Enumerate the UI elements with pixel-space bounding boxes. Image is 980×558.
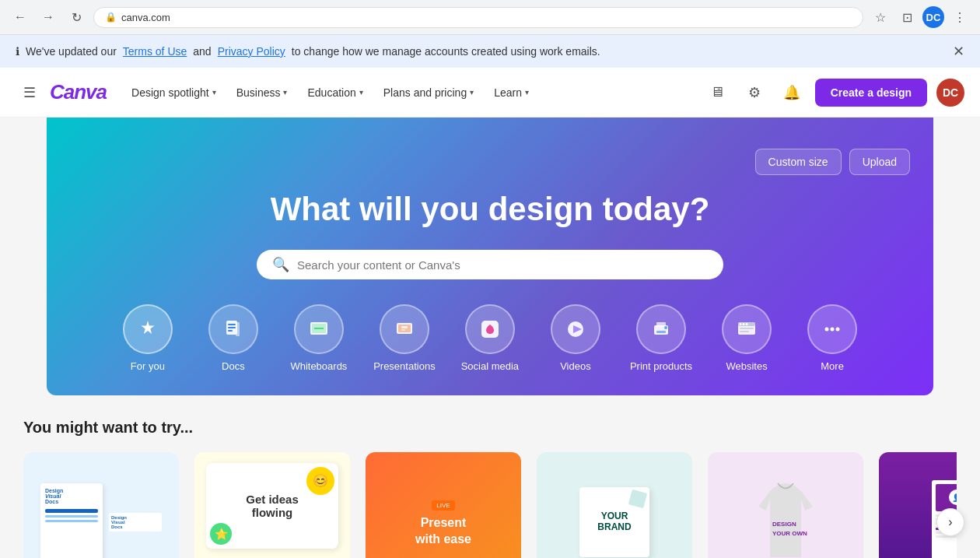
monitor-icon-button[interactable]: 🖥 [703, 79, 731, 107]
back-button[interactable]: ← [9, 6, 31, 28]
hamburger-menu[interactable]: ☰ [16, 79, 44, 107]
nav-education[interactable]: Education ▾ [298, 80, 372, 105]
resume-thumb: 👤 [879, 452, 957, 558]
info-icon: ℹ [16, 45, 19, 58]
svg-point-24 [825, 328, 829, 332]
print-products-label: Print products [630, 360, 692, 372]
svg-text:DESIGN: DESIGN [772, 521, 796, 528]
hero-top-buttons: Custom size Upload [70, 149, 910, 175]
browser-right-icons: ☆ ⊡ DC ⋮ [870, 6, 971, 28]
category-for-you[interactable]: For you [117, 304, 179, 372]
svg-rect-15 [656, 331, 666, 333]
user-avatar[interactable]: DC [936, 79, 964, 107]
category-more[interactable]: More [801, 304, 863, 372]
hoodie-thumb: DESIGN YOUR OWN [708, 452, 863, 558]
notifications-icon-button[interactable]: 🔔 [778, 79, 806, 107]
banner-close-button[interactable]: ✕ [953, 43, 964, 60]
canva-logo[interactable]: Canva [50, 80, 107, 104]
address-bar[interactable]: 🔒 canva.com [93, 7, 863, 28]
svg-point-19 [740, 323, 742, 325]
category-presentations[interactable]: Presentations [373, 304, 436, 372]
search-icon: 🔍 [272, 256, 289, 273]
banner-and: and [193, 45, 211, 58]
presentation-thumb: LIVE Presentwith ease [366, 452, 521, 558]
for-you-icon [123, 304, 173, 354]
svg-rect-14 [656, 322, 666, 327]
forward-button[interactable]: → [37, 6, 59, 28]
info-banner-content: ℹ We've updated our Terms of Use and Pri… [16, 45, 600, 58]
nav-right: 🖥 ⚙ 🔔 Create a design DC [703, 79, 964, 107]
nav-design-spotlight-label: Design spotlight [131, 86, 209, 99]
docs-icon [208, 304, 258, 354]
svg-point-21 [746, 323, 748, 325]
nav-learn[interactable]: Learn ▾ [485, 80, 538, 105]
banner-text-after: to change how we manage accounts created… [292, 45, 600, 58]
settings-icon-button[interactable]: ⚙ [740, 79, 768, 107]
svg-rect-22 [740, 328, 754, 329]
docs-label: Docs [222, 360, 245, 372]
svg-rect-23 [740, 331, 749, 332]
svg-rect-2 [228, 327, 236, 328]
search-input[interactable] [297, 258, 708, 272]
privacy-link[interactable]: Privacy Policy [218, 45, 285, 58]
category-websites[interactable]: Websites [716, 304, 778, 372]
for-you-label: For you [131, 360, 165, 372]
nav-education-label: Education [307, 86, 355, 99]
videos-label: Videos [560, 360, 591, 372]
svg-point-20 [743, 323, 745, 325]
social-media-label: Social media [461, 360, 519, 372]
split-view-button[interactable]: ⊡ [896, 6, 918, 28]
url-text: canva.com [121, 12, 170, 23]
suggestion-card-resume[interactable]: 👤 Resume [879, 452, 957, 558]
category-social-media[interactable]: Social media [459, 304, 521, 372]
svg-rect-4 [236, 322, 240, 336]
suggestion-card-doc[interactable]: DesignVisualDocs DesignVisualDocs Doc [23, 452, 179, 558]
suggestions-section: You might want to try... DesignVisualDoc… [0, 395, 980, 558]
websites-icon [722, 304, 772, 354]
svg-rect-9 [401, 329, 405, 331]
whiteboards-label: Whiteboards [290, 360, 347, 372]
category-whiteboards[interactable]: Whiteboards [288, 304, 350, 372]
chevron-down-icon: ▾ [359, 88, 363, 97]
print-products-icon [636, 304, 686, 354]
svg-text:YOUR OWN: YOUR OWN [772, 530, 807, 537]
whiteboards-icon [294, 304, 344, 354]
suggestion-card-whiteboard[interactable]: Get ideasflowing 😊 ⭐ Whiteboard [194, 452, 350, 558]
browser-chrome: ← → ↻ 🔒 canva.com ☆ ⊡ DC ⋮ [0, 0, 980, 35]
refresh-button[interactable]: ↻ [65, 6, 87, 28]
next-button[interactable]: › [936, 508, 964, 536]
chevron-down-icon: ▾ [283, 88, 287, 97]
presentations-icon [380, 304, 429, 354]
suggestion-card-hoodie[interactable]: DESIGN YOUR OWN Hoodie [708, 452, 863, 558]
nav-business-label: Business [236, 86, 281, 99]
videos-icon [551, 304, 600, 354]
whiteboard-thumb: Get ideasflowing 😊 ⭐ [194, 452, 350, 558]
create-design-button[interactable]: Create a design [815, 79, 927, 107]
nav-plans-pricing[interactable]: Plans and pricing ▾ [374, 80, 483, 105]
suggestions-grid: DesignVisualDocs DesignVisualDocs Doc [23, 452, 957, 558]
svg-rect-1 [228, 324, 236, 325]
browser-profile-icon[interactable]: DC [922, 6, 944, 28]
more-icon [807, 304, 857, 354]
custom-size-button[interactable]: Custom size [755, 149, 842, 175]
nav-design-spotlight[interactable]: Design spotlight ▾ [122, 80, 226, 105]
category-videos[interactable]: Videos [544, 304, 607, 372]
category-print-products[interactable]: Print products [630, 304, 692, 372]
svg-rect-3 [228, 330, 233, 332]
svg-point-16 [664, 326, 667, 329]
category-docs[interactable]: Docs [202, 304, 264, 372]
browser-menu-button[interactable]: ⋮ [949, 6, 971, 28]
upload-button[interactable]: Upload [849, 149, 910, 175]
banner-text-before: We've updated our [26, 45, 117, 58]
terms-link[interactable]: Terms of Use [123, 45, 187, 58]
nav-business[interactable]: Business ▾ [227, 80, 297, 105]
bookmark-button[interactable]: ☆ [870, 6, 891, 28]
hero-title: What will you design today? [271, 191, 710, 228]
nav-plans-pricing-label: Plans and pricing [383, 86, 467, 99]
doc-thumb: DesignVisualDocs DesignVisualDocs [23, 452, 179, 558]
svg-point-26 [836, 328, 840, 332]
suggestion-card-logo[interactable]: YOURBRAND Logo [537, 452, 692, 558]
search-bar: 🔍 [257, 250, 723, 279]
suggestion-card-presentation[interactable]: LIVE Presentwith ease Presentation (16:9… [366, 452, 521, 558]
svg-point-25 [831, 328, 835, 332]
